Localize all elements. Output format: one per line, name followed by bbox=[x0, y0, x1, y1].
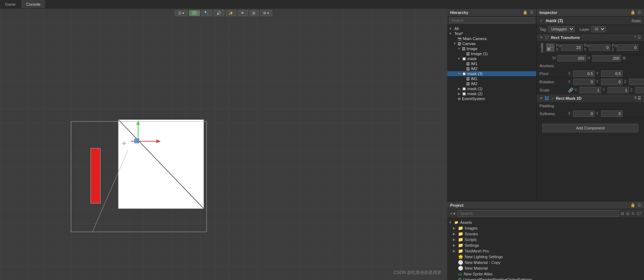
scale-x-input[interactable] bbox=[580, 87, 601, 93]
scene-2d-btn[interactable]: 2D bbox=[189, 10, 200, 16]
rot-x-input[interactable] bbox=[573, 79, 595, 85]
hierarchy-item-0[interactable]: ▼ All bbox=[447, 26, 536, 31]
hierarchy-item-12[interactable]: ▶ 🔲 mask (1) bbox=[447, 86, 536, 91]
hierarchy-item-5[interactable]: 🖼 Image (1) bbox=[447, 51, 536, 56]
project-item-0[interactable]: ▶ 📁 Images bbox=[447, 225, 644, 231]
rot-z-input[interactable] bbox=[629, 79, 644, 85]
inspector-menu-icon[interactable]: ☰ bbox=[638, 10, 641, 15]
scene-light-btn[interactable]: 🔦 bbox=[201, 10, 212, 16]
pos-y-label: Pos Y bbox=[584, 44, 588, 51]
scale-y-input[interactable] bbox=[608, 87, 629, 93]
tag-select[interactable]: Untagged bbox=[548, 26, 575, 32]
scene-view[interactable]: ✛ ☰ ▾ 2D 🔦 🔊 ✨ 👁 ⊞ ⚙ ▾ CSDN @红黑色的圣西罗 bbox=[0, 9, 447, 280]
layer-select[interactable]: UI bbox=[591, 26, 606, 32]
rect-question-icon[interactable]: ? bbox=[634, 35, 636, 40]
tab-game[interactable]: Game bbox=[0, 0, 21, 8]
project-layout-btn2[interactable]: ⊟ bbox=[626, 211, 629, 216]
softness-x-input[interactable] bbox=[573, 110, 595, 117]
hier-item-arrow: ▼ bbox=[457, 72, 461, 75]
hierarchy-item-7[interactable]: 🖼 IM1 bbox=[447, 61, 536, 66]
assets-folder[interactable]: ▼ 📁 Assets bbox=[447, 220, 644, 225]
proj-item-arrow: ▶ bbox=[453, 244, 457, 247]
rotation-label: Rotation bbox=[540, 80, 568, 84]
hier-item-label: mask (3) bbox=[467, 72, 483, 76]
hierarchy-item-11[interactable]: 🖼 IM2 bbox=[447, 81, 536, 86]
scale-x-prefix: X bbox=[575, 88, 579, 92]
project-item-6[interactable]: ⚪ New Material - Copy bbox=[447, 260, 644, 265]
hierarchy-lock-icon[interactable]: 🔒 bbox=[523, 10, 528, 15]
proj-item-icon: ⚪ bbox=[458, 266, 463, 271]
hierarchy-item-3[interactable]: ▼ 🖼 Canvas bbox=[447, 41, 536, 46]
top-tabs-bar: Game Console bbox=[0, 0, 644, 9]
pos-y-input[interactable] bbox=[589, 44, 610, 51]
scene-grid-btn[interactable]: ⊞ bbox=[249, 10, 258, 16]
project-item-5[interactable]: 🌟 New Lighting Settings bbox=[447, 254, 644, 260]
pos-z-input[interactable] bbox=[617, 44, 638, 51]
project-item-4[interactable]: ▶ 📁 TextMesh Pro bbox=[447, 248, 644, 254]
project-header: Project 🔒 ☰ bbox=[447, 201, 644, 209]
hierarchy-item-9[interactable]: ▼ 🔲 mask (3) bbox=[447, 71, 536, 76]
scene-fx-btn[interactable]: ✨ bbox=[225, 10, 236, 16]
rect-transform-icon: ⬛ bbox=[545, 35, 549, 39]
project-item-9[interactable]: ⚙ UniversalRenderPipelineGlobalSettings bbox=[447, 277, 644, 280]
width-input[interactable] bbox=[557, 55, 586, 62]
add-component-button[interactable]: Add Component bbox=[542, 124, 638, 132]
rot-x-group: X bbox=[568, 79, 595, 85]
project-layout-btn1[interactable]: ⊞ bbox=[621, 211, 624, 216]
rect-menu-icon[interactable]: ☰ bbox=[638, 35, 641, 40]
scale-z-input[interactable] bbox=[635, 87, 644, 93]
project-refresh-btn[interactable]: ↻ bbox=[631, 211, 635, 216]
scene-hidden-btn[interactable]: 👁 bbox=[238, 10, 248, 16]
project-item-3[interactable]: ▶ 📁 Settings bbox=[447, 242, 644, 248]
rect-mask-checkbox[interactable]: ✓ bbox=[551, 96, 555, 101]
pivot-x-input[interactable] bbox=[573, 70, 595, 77]
rot-y-input[interactable] bbox=[601, 79, 623, 85]
pos-x-input[interactable] bbox=[561, 44, 582, 51]
softness-y-input[interactable] bbox=[601, 110, 623, 117]
hierarchy-item-1[interactable]: ▼ Test* bbox=[447, 31, 536, 36]
rect-mask-menu-icon[interactable]: ☰ bbox=[638, 96, 641, 100]
project-item-1[interactable]: ▶ 📁 Scenes bbox=[447, 231, 644, 237]
hierarchy-item-13[interactable]: ▶ 🔲 mask (2) bbox=[447, 91, 536, 96]
rot-y-group: Y bbox=[596, 79, 623, 85]
hierarchy-item-6[interactable]: ▼ 🔲 mask bbox=[447, 56, 536, 61]
tab-console[interactable]: Console bbox=[21, 0, 46, 8]
hierarchy-item-4[interactable]: ▼ 🖼 Image bbox=[447, 46, 536, 51]
project-item-2[interactable]: ▶ 📁 Scripts bbox=[447, 237, 644, 242]
project-add-btn[interactable]: + ▾ bbox=[450, 211, 455, 216]
svg-rect-7 bbox=[551, 45, 553, 47]
proj-item-label: Settings bbox=[465, 243, 479, 247]
project-lock-icon[interactable]: 🔒 bbox=[630, 203, 635, 207]
height-input[interactable] bbox=[592, 55, 621, 62]
proj-item-label: New Material - Copy bbox=[465, 260, 501, 265]
rect-mask-header[interactable]: ▼ 🖼 ✓ Rect Mask 2D ? ☰ bbox=[537, 94, 644, 103]
active-checkbox[interactable]: ✓ bbox=[540, 18, 543, 23]
scene-persp-btn[interactable]: ☰ ▾ bbox=[175, 10, 187, 16]
project-search-input[interactable] bbox=[458, 210, 618, 217]
project-item-7[interactable]: ⚪ New Material bbox=[447, 265, 644, 271]
hier-item-label: mask (2) bbox=[467, 92, 483, 96]
inspector-lock-icon[interactable]: 🔒 bbox=[630, 10, 635, 15]
hierarchy-item-14[interactable]: ⚙ EventSystem bbox=[447, 96, 536, 101]
wh-expand-icon[interactable]: ⊞ bbox=[623, 56, 626, 60]
proj-item-icon: ⚪ bbox=[458, 260, 463, 265]
inspector-content: ✓ mask (3) Static Tag Untagged Layer UI bbox=[537, 16, 644, 201]
tag-label: Tag bbox=[540, 27, 546, 31]
pivot-y-input[interactable] bbox=[601, 70, 623, 77]
anchor-icon[interactable] bbox=[546, 43, 555, 52]
project-menu-icon[interactable]: ☰ bbox=[638, 203, 641, 207]
project-item-8[interactable]: 🗂 New Sprite Atlas bbox=[447, 271, 644, 277]
hierarchy-search-input[interactable] bbox=[449, 18, 534, 23]
scene-audio-btn[interactable]: 🔊 bbox=[213, 10, 224, 16]
hierarchy-menu-icon[interactable]: ☰ bbox=[530, 10, 533, 15]
rect-transform-header[interactable]: ▼ ⬛ Rect Transform ? ☰ bbox=[537, 34, 644, 41]
proj-item-label: New Sprite Atlas bbox=[464, 272, 493, 276]
hierarchy-item-10[interactable]: 🖼 IM1 bbox=[447, 76, 536, 81]
hierarchy-item-2[interactable]: 📷 Main Camera bbox=[447, 36, 536, 41]
rot-x-prefix: X bbox=[568, 80, 572, 84]
scale-link-icon[interactable]: 🔗 bbox=[568, 88, 573, 93]
rect-mask-question-icon[interactable]: ? bbox=[634, 96, 636, 100]
proj-item-icon: 📁 bbox=[458, 249, 463, 254]
hierarchy-item-8[interactable]: 🖼 IM2 bbox=[447, 66, 536, 71]
scene-settings-btn[interactable]: ⚙ ▾ bbox=[260, 10, 272, 16]
